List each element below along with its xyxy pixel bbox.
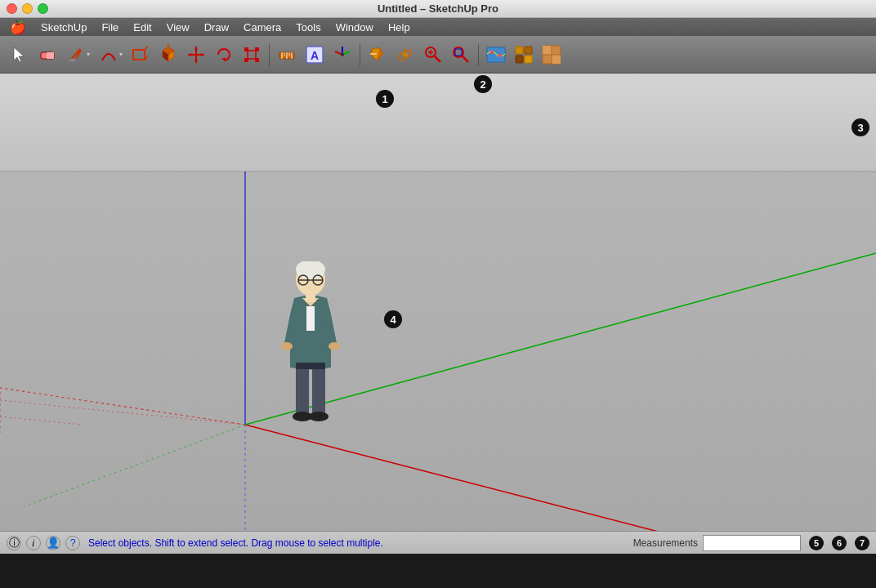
minimize-button[interactable]	[22, 3, 33, 14]
close-button[interactable]	[7, 3, 17, 14]
menu-camera[interactable]: Camera	[237, 20, 288, 35]
badge-4: 4	[384, 310, 402, 328]
svg-rect-65	[306, 306, 315, 331]
svg-rect-51	[516, 47, 523, 54]
svg-rect-73	[306, 294, 315, 302]
eraser-tool[interactable]	[34, 42, 60, 68]
tape-measure-tool[interactable]	[274, 42, 300, 68]
menu-help[interactable]: Help	[382, 20, 417, 35]
axes-tool[interactable]	[329, 42, 355, 68]
svg-rect-69	[312, 366, 325, 415]
pencil-tool[interactable]: ▾	[62, 42, 93, 68]
window-title: Untitled – SketchUp Pro	[378, 2, 498, 15]
svg-rect-4	[69, 59, 75, 61]
svg-rect-22	[255, 47, 259, 51]
svg-point-67	[328, 342, 340, 350]
menu-draw[interactable]: Draw	[198, 20, 235, 35]
arc-tool[interactable]: ▾	[95, 42, 126, 68]
svg-marker-18	[201, 53, 204, 56]
svg-rect-47	[455, 49, 462, 56]
svg-line-6	[145, 47, 148, 50]
badge-2: 2	[474, 75, 492, 93]
move-tool[interactable]	[183, 42, 209, 68]
menu-edit[interactable]: Edit	[127, 20, 158, 35]
zoom-extents-tool[interactable]	[448, 42, 474, 68]
select-tool[interactable]	[7, 42, 33, 68]
separator-1	[269, 43, 270, 66]
rotate-tool[interactable]	[211, 42, 237, 68]
human-figure	[278, 261, 343, 425]
svg-point-71	[309, 412, 328, 421]
menu-bar: 🍎 SketchUp File Edit View Draw Camera To…	[0, 18, 876, 36]
rectangle-tool[interactable]	[127, 42, 154, 68]
badge-7: 7	[855, 536, 869, 550]
menu-view[interactable]: View	[160, 20, 196, 35]
scale-tool[interactable]	[239, 42, 265, 68]
svg-line-46	[463, 56, 468, 62]
svg-rect-53	[516, 56, 523, 63]
svg-rect-20	[248, 51, 256, 59]
svg-rect-54	[525, 56, 532, 63]
apple-menu[interactable]: 🍎	[3, 20, 33, 35]
svg-rect-23	[244, 58, 248, 62]
status-icon-1[interactable]: ⓘ	[7, 536, 21, 550]
svg-rect-24	[255, 58, 259, 62]
badge-3: 3	[851, 118, 869, 136]
svg-marker-15	[194, 47, 198, 50]
orbit-tool[interactable]	[392, 42, 418, 68]
svg-marker-12	[167, 44, 170, 46]
previous-view-tool[interactable]	[483, 42, 509, 68]
svg-rect-57	[552, 55, 561, 64]
menu-window[interactable]: Window	[329, 20, 380, 35]
separator-3	[478, 43, 479, 66]
paint-bucket-tool[interactable]	[364, 42, 391, 68]
svg-marker-16	[194, 60, 198, 63]
components-tool[interactable]	[511, 42, 537, 68]
menu-file[interactable]: File	[95, 20, 125, 35]
status-icon-2[interactable]: 𝑖	[26, 536, 41, 550]
svg-rect-5	[133, 50, 145, 60]
svg-rect-52	[525, 47, 532, 54]
pushpull-tool[interactable]	[155, 42, 181, 68]
status-bar: ⓘ 𝑖 👤 ? Select objects. Shift to extend …	[0, 531, 876, 554]
window-controls[interactable]	[7, 3, 48, 14]
menu-sketchup[interactable]: SketchUp	[34, 20, 93, 35]
svg-line-42	[435, 56, 440, 62]
text-tool[interactable]: A	[302, 42, 328, 68]
status-icon-help[interactable]: ?	[65, 536, 80, 550]
svg-point-50	[498, 54, 502, 57]
svg-point-66	[281, 342, 293, 350]
menu-tools[interactable]: Tools	[289, 20, 327, 35]
measurements-label: Measurements	[633, 537, 698, 549]
3d-viewport[interactable]: 1 2 3 4	[0, 74, 876, 531]
svg-point-49	[490, 51, 494, 54]
viewport-canvas	[0, 74, 876, 531]
measurements-input[interactable]	[703, 535, 801, 551]
maximize-button[interactable]	[38, 3, 48, 14]
toolbar: ▾ ▾	[0, 36, 876, 74]
svg-rect-48	[487, 47, 505, 62]
svg-rect-72	[296, 363, 325, 369]
svg-rect-1	[47, 52, 54, 59]
status-icon-3[interactable]: 👤	[46, 536, 60, 550]
svg-rect-21	[244, 47, 248, 51]
svg-marker-17	[188, 53, 191, 56]
separator-2	[360, 43, 360, 66]
title-bar: Untitled – SketchUp Pro	[0, 0, 876, 18]
svg-rect-68	[296, 366, 309, 415]
zoom-tool[interactable]	[420, 42, 446, 68]
svg-rect-56	[543, 46, 552, 55]
materials-tool[interactable]	[539, 42, 565, 68]
status-text: Select objects. Shift to extend select. …	[88, 537, 628, 549]
svg-text:A: A	[311, 49, 319, 62]
badge-5: 5	[809, 536, 824, 550]
badge-1: 1	[376, 90, 394, 108]
svg-point-36	[341, 53, 344, 56]
badge-6: 6	[832, 536, 847, 550]
